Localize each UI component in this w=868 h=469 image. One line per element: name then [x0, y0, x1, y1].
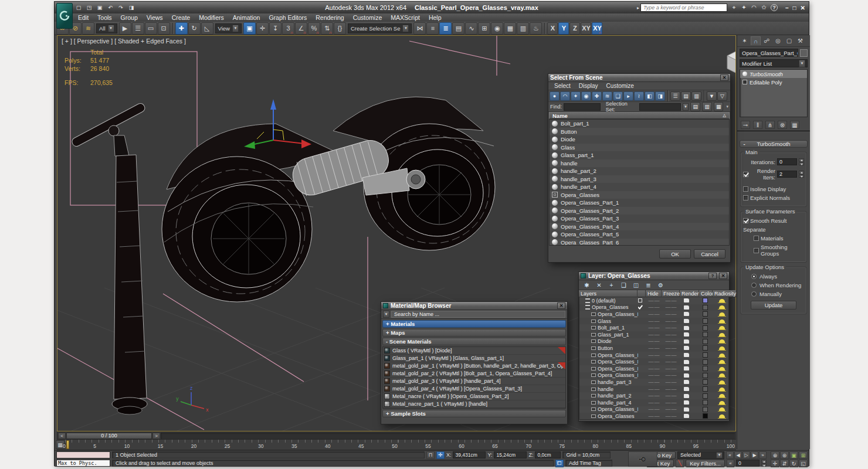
hide-toggle[interactable]: ——	[646, 358, 662, 365]
menu-item[interactable]: Group	[121, 14, 138, 21]
table-row[interactable]: 0 (default) —— ——	[579, 297, 728, 304]
material-row[interactable]: Glass_part_1 ( VRayMtl ) [Glass, Glass_p…	[383, 355, 565, 362]
tab-hierarchy[interactable]: ☍	[762, 36, 772, 45]
hide-toggle[interactable]: ——	[646, 379, 662, 386]
current-layer-mark[interactable]	[638, 319, 642, 323]
table-row[interactable]: Diode —— ——	[579, 338, 728, 345]
sample-slots-section-bar[interactable]: + Sample Slots	[382, 410, 566, 417]
table-row[interactable]: handle_part_4 —— ——	[579, 399, 728, 406]
radiosity-icon[interactable]	[719, 401, 725, 405]
infocenter-search-icon[interactable]: ⌖	[730, 4, 738, 11]
layer-color-swatch[interactable]	[703, 332, 708, 337]
radiosity-icon[interactable]	[719, 299, 725, 303]
render-toggle-icon[interactable]	[684, 380, 689, 384]
select-objects-in-layer-icon[interactable]: ❑	[619, 281, 628, 289]
infocenter-expand-icon[interactable]: ▸	[637, 5, 639, 11]
time-slider-handle[interactable]: 0 / 100	[66, 433, 152, 439]
graphite-ribbon-button[interactable]: ▤	[452, 22, 464, 35]
layer-color-swatch[interactable]	[703, 305, 708, 310]
project-folder-icon[interactable]: ◨	[127, 4, 135, 12]
previous-key-button[interactable]: «	[727, 460, 734, 467]
rollout-header[interactable]: - TurboSmooth	[740, 140, 808, 148]
select-by-name-button[interactable]: ☰	[132, 22, 144, 35]
name-column-header[interactable]: Name△	[549, 112, 730, 119]
list-item[interactable]: Opera_Glasses_Part_3	[550, 215, 729, 223]
named-selection-set-dropdown[interactable]: Create Selection Se	[348, 23, 412, 33]
select-and-move-button[interactable]: ✚	[175, 22, 188, 35]
table-row[interactable]: handle —— ——	[579, 386, 728, 393]
scene-materials-section-bar[interactable]: - Scene Materials	[382, 338, 566, 345]
subtract-selection-set-icon[interactable]: ▦	[714, 102, 724, 111]
freeze-toggle[interactable]: ——	[662, 406, 680, 413]
infocenter-search-input[interactable]	[640, 4, 727, 12]
hide-toggle[interactable]: ——	[646, 297, 662, 304]
material-row[interactable]: Metal_nacre ( VRayMtl ) [Opera_Glasses_P…	[383, 393, 565, 400]
list-item[interactable]: Glass_part_1	[550, 151, 729, 159]
axis-x-button[interactable]: X	[547, 22, 558, 35]
display-groups-icon[interactable]: ❑	[613, 91, 623, 101]
render-toggle-icon[interactable]	[684, 373, 689, 378]
communication-center-icon[interactable]: ◠	[750, 4, 758, 11]
previous-frame-button[interactable]: ◀	[734, 451, 742, 459]
filter-icon[interactable]: ▼	[707, 91, 717, 101]
angle-snap-button[interactable]: ∠	[295, 22, 307, 35]
time-tag-icon[interactable]: ⧠	[555, 460, 564, 467]
go-to-end-button[interactable]: »	[759, 451, 767, 459]
render-toggle-icon[interactable]	[684, 298, 689, 303]
render-production-button[interactable]: ♨	[530, 22, 542, 35]
undo-icon[interactable]: ↶	[106, 4, 114, 12]
column-header[interactable]: Layers	[579, 290, 638, 297]
new-scene-icon[interactable]: ▢	[74, 4, 83, 12]
material-row[interactable]: metal_gold_par_2 ( VRayMtl ) [Bolt_part_…	[383, 370, 565, 378]
align-button[interactable]: ≡	[426, 22, 439, 35]
current-layer-mark[interactable]	[638, 298, 642, 303]
chevron-down-icon[interactable]	[799, 60, 805, 67]
menu-item[interactable]: Help	[429, 14, 442, 21]
table-row[interactable]: handle_part_2 —— ——	[579, 392, 728, 399]
selection-lock-icon[interactable]: ⊓	[426, 451, 435, 459]
dialog-menu-item[interactable]: Select	[554, 83, 571, 89]
current-layer-mark[interactable]	[638, 326, 642, 330]
tab-create[interactable]: ✶	[740, 36, 750, 45]
column-header[interactable]: Hide	[646, 290, 662, 297]
radiosity-icon[interactable]	[719, 333, 725, 337]
save-file-icon[interactable]: ▣	[96, 4, 104, 12]
current-layer-mark[interactable]	[638, 339, 642, 344]
list-item[interactable]: Opera_Glasses_Part_1	[550, 199, 729, 207]
radiosity-icon[interactable]	[719, 367, 725, 371]
display-containers-icon[interactable]: ◧	[645, 91, 655, 101]
current-layer-mark[interactable]	[638, 407, 642, 412]
render-toggle-icon[interactable]	[684, 319, 689, 323]
walk-through-icon[interactable]: ⇵	[780, 460, 789, 467]
ok-button[interactable]: OK	[659, 249, 691, 259]
radiosity-icon[interactable]	[719, 394, 725, 397]
update-option-radio[interactable]: Manually	[751, 291, 804, 297]
pin-stack-icon[interactable]: ⊸	[741, 121, 750, 129]
frame-spinner[interactable]	[761, 460, 767, 467]
display-geometry-icon[interactable]: ●	[550, 91, 560, 101]
list-item[interactable]: handle_part_4	[550, 183, 729, 191]
next-frame-arrow[interactable]: >	[152, 433, 160, 439]
column-header[interactable]: Freeze	[662, 290, 680, 297]
list-item[interactable]: Diode	[550, 135, 729, 144]
zoom-extents-all-icon[interactable]: ⊞	[799, 451, 808, 459]
layer-color-swatch[interactable]	[703, 366, 708, 371]
radiosity-icon[interactable]	[719, 346, 725, 350]
render-toggle-icon[interactable]	[684, 387, 689, 391]
menu-item[interactable]: Views	[147, 14, 163, 21]
list-item[interactable]: handle_part_2	[550, 167, 729, 175]
window-crossing-button[interactable]: ⊡	[158, 22, 170, 35]
axis-y-button[interactable]: Y	[558, 22, 569, 35]
tab-modify[interactable]: ∩	[751, 36, 761, 45]
object-name-field[interactable]: Opera_Glasses_Part_6	[740, 49, 798, 57]
layer-color-swatch[interactable]	[703, 345, 708, 351]
current-layer-mark[interactable]	[638, 380, 642, 384]
freeze-toggle[interactable]: ——	[662, 331, 680, 338]
update-option-radio[interactable]: When Rendering	[751, 282, 804, 288]
menu-item[interactable]: Customize	[353, 14, 382, 21]
list-item[interactable]: Opera_Glasses_Part_6	[550, 239, 729, 246]
current-layer-mark[interactable]	[638, 353, 642, 357]
menu-item[interactable]: Animation	[233, 14, 260, 21]
zoom-all-icon[interactable]: ⊛	[780, 451, 789, 459]
configure-modifier-sets-icon[interactable]: ▦	[790, 121, 799, 129]
